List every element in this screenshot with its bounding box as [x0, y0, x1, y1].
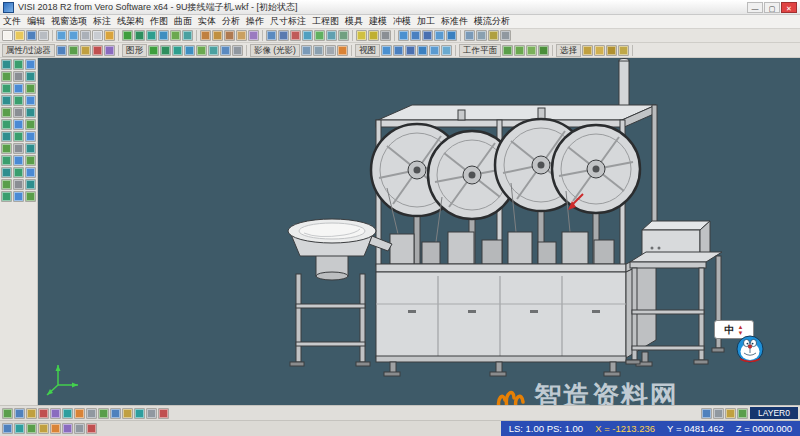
- wireframe-icon[interactable]: [313, 45, 324, 56]
- transparency-icon[interactable]: [134, 408, 145, 419]
- scale-geo-icon[interactable]: [1, 143, 12, 154]
- tracking-icon[interactable]: [98, 408, 109, 419]
- trim-icon[interactable]: [290, 30, 301, 41]
- menu-item-0[interactable]: 文件: [0, 15, 24, 28]
- sketch-circle-icon[interactable]: [1, 95, 12, 106]
- toolbar-group-label[interactable]: 选择: [556, 44, 581, 57]
- sketch-spline-icon[interactable]: [25, 95, 36, 106]
- zoom-in-icon[interactable]: [398, 30, 409, 41]
- dimension-tool-icon[interactable]: [25, 179, 36, 190]
- menu-item-1[interactable]: 编辑: [24, 15, 48, 28]
- select-window-icon[interactable]: [594, 45, 605, 56]
- zoom-view-icon[interactable]: [1, 71, 12, 82]
- paste-icon[interactable]: [104, 30, 115, 41]
- zoom-out-icon[interactable]: [410, 30, 421, 41]
- annotation-icon[interactable]: [158, 408, 169, 419]
- point-icon[interactable]: [122, 30, 133, 41]
- ortho-icon[interactable]: [74, 408, 85, 419]
- copy-geo-icon[interactable]: [13, 131, 24, 142]
- union-icon[interactable]: [13, 167, 24, 178]
- minimize-button[interactable]: —: [747, 2, 763, 13]
- wireframe-view-icon[interactable]: [476, 30, 487, 41]
- revolve-icon[interactable]: [212, 30, 223, 41]
- filter-icon[interactable]: [56, 45, 67, 56]
- menu-item-11[interactable]: 工程图: [309, 15, 342, 28]
- measure-icon[interactable]: [356, 30, 367, 41]
- undo-icon[interactable]: [56, 30, 67, 41]
- maximize-button[interactable]: ▢: [764, 2, 780, 13]
- select-chain-icon[interactable]: [606, 45, 617, 56]
- menu-item-3[interactable]: 标注: [90, 15, 114, 28]
- coord-system-icon[interactable]: [2, 423, 13, 434]
- layers-icon[interactable]: [488, 30, 499, 41]
- fillet-geo-icon[interactable]: [1, 119, 12, 130]
- pan-view-icon[interactable]: [13, 59, 24, 70]
- move-geo-icon[interactable]: [1, 131, 12, 142]
- visibility-icon[interactable]: [68, 45, 79, 56]
- menu-item-2[interactable]: 视窗选项: [48, 15, 90, 28]
- toolbar-group-label[interactable]: 视图: [355, 44, 380, 57]
- menu-item-7[interactable]: 实体: [195, 15, 219, 28]
- viewport[interactable]: 智造资料网 中 ▲▼: [38, 58, 800, 405]
- workplane-xz-icon[interactable]: [514, 45, 525, 56]
- workplane-yz-icon[interactable]: [526, 45, 537, 56]
- dimension-icon[interactable]: [368, 30, 379, 41]
- selection-cycling-icon[interactable]: [146, 408, 157, 419]
- intersect-icon[interactable]: [1, 179, 12, 190]
- rotate-geo-icon[interactable]: [25, 131, 36, 142]
- view-top-icon[interactable]: [381, 45, 392, 56]
- wcs-icon[interactable]: [13, 71, 24, 82]
- dynamic-input-icon[interactable]: [110, 408, 121, 419]
- menu-item-13[interactable]: 建模: [366, 15, 390, 28]
- loft-icon[interactable]: [25, 155, 36, 166]
- rotate-view-icon[interactable]: [25, 59, 36, 70]
- layer-filter-icon[interactable]: [104, 45, 115, 56]
- view-front-icon[interactable]: [393, 45, 404, 56]
- select-single-icon[interactable]: [582, 45, 593, 56]
- line-tool-icon[interactable]: [160, 45, 171, 56]
- array-icon[interactable]: [13, 143, 24, 154]
- move-icon[interactable]: [314, 30, 325, 41]
- polar-icon[interactable]: [86, 408, 97, 419]
- chamfer-geo-icon[interactable]: [13, 119, 24, 130]
- revolve-solid-icon[interactable]: [1, 155, 12, 166]
- cut-icon[interactable]: [80, 30, 91, 41]
- polyline-tool-icon[interactable]: [172, 45, 183, 56]
- trim-geo-icon[interactable]: [13, 107, 24, 118]
- menu-item-16[interactable]: 标准件: [438, 15, 471, 28]
- snap-intersection-icon[interactable]: [50, 408, 61, 419]
- view-side-icon[interactable]: [405, 45, 416, 56]
- section-icon[interactable]: [1, 191, 12, 202]
- pan-icon[interactable]: [434, 30, 445, 41]
- fillet-icon[interactable]: [266, 30, 277, 41]
- toolbar-group-label[interactable]: 属性/过滤器: [2, 44, 55, 57]
- view-cube-icon[interactable]: [701, 408, 712, 419]
- menu-item-17[interactable]: 模流分析: [471, 15, 513, 28]
- zoom-all-icon[interactable]: [441, 45, 452, 56]
- arc-tool-icon[interactable]: [184, 45, 195, 56]
- shell-solid-icon[interactable]: [1, 167, 12, 178]
- toolbar-group-label[interactable]: 工作平面: [459, 44, 501, 57]
- extrude-icon[interactable]: [200, 30, 211, 41]
- lock-icon[interactable]: [80, 45, 91, 56]
- sketch-arc-icon[interactable]: [25, 83, 36, 94]
- layer-indicator[interactable]: LAYER0: [750, 407, 798, 419]
- select-all-icon[interactable]: [618, 45, 629, 56]
- text-tool-icon[interactable]: [232, 45, 243, 56]
- offset-icon[interactable]: [1, 107, 12, 118]
- rotate-icon[interactable]: [326, 30, 337, 41]
- shaded-icon[interactable]: [301, 45, 312, 56]
- snap-grid-icon[interactable]: [2, 408, 13, 419]
- zoom-window-icon[interactable]: [429, 45, 440, 56]
- toolbar-group-label[interactable]: 影像 (光影): [250, 44, 300, 57]
- hidden-line-icon[interactable]: [325, 45, 336, 56]
- point-tool-icon[interactable]: [148, 45, 159, 56]
- layers-panel-icon[interactable]: [25, 71, 36, 82]
- render-icon[interactable]: [337, 45, 348, 56]
- spline-icon[interactable]: [182, 30, 193, 41]
- sketch-rect-icon[interactable]: [13, 95, 24, 106]
- menu-item-15[interactable]: 加工: [414, 15, 438, 28]
- workplane-indicator-icon[interactable]: [737, 408, 748, 419]
- scale-icon[interactable]: [338, 30, 349, 41]
- menu-item-12[interactable]: 模具: [342, 15, 366, 28]
